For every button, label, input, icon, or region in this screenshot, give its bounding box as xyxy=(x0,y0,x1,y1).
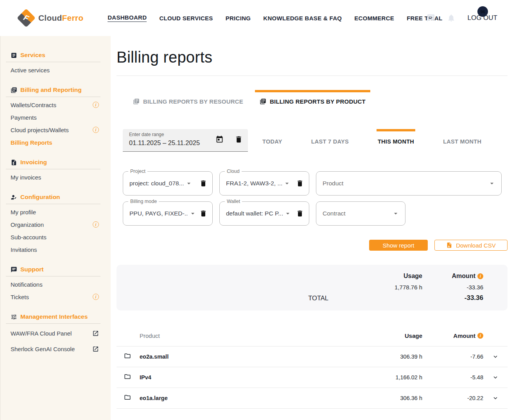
sidebar-item-cloud-projects[interactable]: Cloud projects/Wallets i xyxy=(0,124,111,136)
cloudferro-logo[interactable]: F CloudFerro xyxy=(20,11,83,25)
sidebar-item-tickets[interactable]: Tickets i xyxy=(0,291,111,303)
tune-icon xyxy=(11,314,17,320)
show-report-button[interactable]: Show report xyxy=(369,240,428,251)
trash-icon[interactable] xyxy=(296,210,304,217)
sidebar-section-support: Support Notifications Tickets i xyxy=(0,266,111,303)
bell-icon[interactable] xyxy=(447,14,456,22)
notification-badge[interactable]: 96 xyxy=(477,6,488,17)
nav-item-pricing[interactable]: PRICING xyxy=(226,15,251,22)
sidebar-section-configuration: Configuration My profile Organization i … xyxy=(0,194,111,256)
external-link-icon[interactable] xyxy=(92,330,99,337)
sidebar-item-billing-reports[interactable]: Billing Reports xyxy=(0,136,111,149)
column-header-product: Product xyxy=(140,332,328,339)
cloud-select[interactable]: Cloud FRA1-2, WAW3-2, ... xyxy=(219,171,309,196)
product-select[interactable]: Product xyxy=(316,171,502,196)
page-title: Billing reports xyxy=(117,48,508,66)
sidebar-item-waw-fra-cloud-panel[interactable]: WAW/FRA Cloud Panel xyxy=(0,325,111,341)
product-name: IPv4 xyxy=(140,374,328,381)
quick-range-this-month[interactable]: THIS MONTH xyxy=(377,129,415,152)
info-icon[interactable]: i xyxy=(93,102,99,108)
sidebar-section-header: Services xyxy=(0,52,111,62)
invoice-icon xyxy=(11,159,17,166)
folder-icon xyxy=(124,394,131,401)
table-row[interactable]: IPv4 1,166.02 h -5.48 xyxy=(117,367,508,388)
sidebar-section-billing: Billing and Reporting Wallets/Contracts … xyxy=(0,86,111,149)
sidebar-item-sherlock-genai-console[interactable]: Sherlock GenAI Console xyxy=(0,341,111,357)
sidebar-item-active-services[interactable]: Active services xyxy=(0,64,111,76)
sidebar: Services Active services Billing and Rep… xyxy=(0,36,111,420)
tab-billing-by-resource[interactable]: BILLING REPORTS BY RESOURCE xyxy=(121,90,255,110)
nav-item-knowledge-base[interactable]: KNOWLEDGE BASE & FAQ xyxy=(263,15,342,22)
contract-select[interactable]: Contract xyxy=(316,201,405,226)
sidebar-item-my-profile[interactable]: My profile xyxy=(0,206,111,218)
chevron-down-icon[interactable] xyxy=(492,374,499,381)
info-icon[interactable]: i xyxy=(477,273,483,279)
product-name: eo1a.large xyxy=(140,395,328,401)
sidebar-section-header: Configuration xyxy=(0,194,111,204)
nav-item-dashboard[interactable]: DASHBOARD xyxy=(108,14,147,22)
sidebar-section-header: Billing and Reporting xyxy=(0,86,111,97)
column-header-usage: Usage xyxy=(328,332,422,339)
sidebar-item-payments[interactable]: Payments xyxy=(0,111,111,124)
chevron-down-icon[interactable] xyxy=(189,210,197,217)
sidebar-item-organization[interactable]: Organization i xyxy=(0,218,111,231)
product-name: eo2a.small xyxy=(140,354,328,360)
download-csv-button[interactable]: Download CSV xyxy=(434,240,508,251)
trash-icon[interactable] xyxy=(199,179,207,187)
info-icon[interactable]: i xyxy=(477,333,483,339)
sidebar-item-invitations[interactable]: Invitations xyxy=(0,243,111,256)
quick-range-last-month[interactable]: LAST MONTH xyxy=(442,129,483,152)
library-books-icon xyxy=(133,98,140,105)
external-link-icon[interactable] xyxy=(92,346,99,352)
sidebar-item-sub-accounts[interactable]: Sub-accounts xyxy=(0,231,111,243)
tab-billing-by-product[interactable]: BILLING REPORTS BY PRODUCT xyxy=(255,90,370,110)
chevron-down-icon[interactable] xyxy=(283,179,291,187)
billing-mode-select[interactable]: Billing mode PPU, PAYG, FIXED-... xyxy=(123,201,213,226)
divider xyxy=(6,169,100,169)
usage-value: 306.36 h xyxy=(328,395,422,401)
quick-range-today[interactable]: TODAY xyxy=(261,129,283,152)
library-books-icon xyxy=(260,98,266,105)
summary-total-amount: -33.36 xyxy=(422,294,483,302)
project-select[interactable]: Project project: cloud_078... xyxy=(123,171,213,196)
nav-item-ecommerce[interactable]: ECOMMERCE xyxy=(354,15,394,22)
wallet-select[interactable]: Wallet default wallet: PC P... xyxy=(219,201,309,226)
sidebar-item-wallets-contracts[interactable]: Wallets/Contracts i xyxy=(0,99,111,111)
quick-range-last-7-days[interactable]: LAST 7 DAYS xyxy=(310,129,350,152)
table-header-row: Product Usage Amounti xyxy=(117,325,508,346)
info-icon[interactable]: i xyxy=(93,294,99,300)
trash-icon[interactable] xyxy=(235,135,243,144)
chat-bubble-icon xyxy=(11,266,17,273)
amount-value: -20.22 xyxy=(422,395,483,401)
chevron-down-icon[interactable] xyxy=(492,353,499,360)
nav-item-cloud-services[interactable]: CLOUD SERVICES xyxy=(159,15,213,22)
column-header-amount: Amount xyxy=(453,332,475,339)
info-icon[interactable]: i xyxy=(93,221,99,228)
divider xyxy=(6,62,100,62)
summary-total-label: TOTAL xyxy=(117,294,328,302)
sidebar-item-notifications[interactable]: Notifications xyxy=(0,278,111,291)
main-content: Billing reports BILLING REPORTS BY RESOU… xyxy=(111,36,513,420)
library-books-icon xyxy=(11,87,17,93)
sidebar-section-header: Management Interfaces xyxy=(0,313,111,323)
trash-icon[interactable] xyxy=(296,179,304,187)
cloudferro-logo-icon: F xyxy=(17,9,36,27)
sidebar-item-my-invoices[interactable]: My invoices xyxy=(0,171,111,183)
sidebar-section-header: Invoicing xyxy=(0,159,111,169)
chevron-down-icon[interactable] xyxy=(488,179,496,187)
trash-icon[interactable] xyxy=(199,210,207,217)
table-row[interactable]: eo1a.large 306.36 h -20.22 xyxy=(117,388,508,408)
info-icon[interactable]: i xyxy=(93,127,99,133)
summary-usage-header: Usage xyxy=(328,273,422,284)
calendar-icon[interactable] xyxy=(215,135,224,144)
chevron-down-icon[interactable] xyxy=(492,395,499,402)
chevron-down-icon[interactable] xyxy=(185,179,193,187)
chat-icon[interactable] xyxy=(427,14,435,22)
date-range-input[interactable]: Enter date range 01.11.2025 – 25.11.2025 xyxy=(123,129,248,152)
amount-value: -5.48 xyxy=(422,374,483,381)
chevron-down-icon[interactable] xyxy=(392,210,400,217)
report-tabs: BILLING REPORTS BY RESOURCE BILLING REPO… xyxy=(121,90,508,110)
folder-icon xyxy=(124,352,131,359)
table-row[interactable]: eo2a.small 306.39 h -7.66 xyxy=(117,346,508,367)
chevron-down-icon[interactable] xyxy=(284,210,292,217)
